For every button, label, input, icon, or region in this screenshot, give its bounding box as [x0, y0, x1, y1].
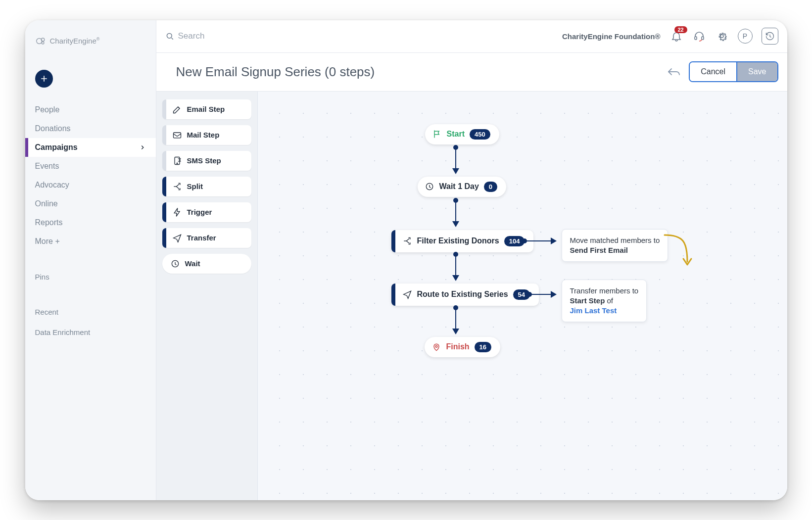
connector: [524, 240, 556, 241]
node-start[interactable]: Start 450: [425, 124, 499, 144]
tooltip-filter: Move matched members to Send First Email: [562, 229, 669, 262]
split-icon: [172, 182, 182, 191]
nav-item-people[interactable]: People: [25, 100, 156, 119]
palette-label: Mail Step: [187, 131, 220, 139]
pen-icon: [172, 104, 182, 114]
workflow-canvas[interactable]: Start 450 Wait 1 Day 0: [258, 92, 787, 500]
palette-label: Email Step: [187, 105, 225, 113]
connector: [455, 306, 456, 333]
page-title: New Email Signup Series (0 steps): [176, 64, 375, 80]
nav-label: Events: [35, 162, 59, 171]
nav-label: Campaigns: [35, 143, 78, 152]
cancel-button[interactable]: Cancel: [690, 62, 736, 81]
palette-sms-step[interactable]: SMS Step: [162, 151, 251, 171]
nav-item-advocacy[interactable]: Advocacy: [25, 176, 156, 194]
palette-transfer[interactable]: Transfer: [162, 228, 251, 248]
count-badge: 16: [475, 342, 491, 352]
node-route[interactable]: Route to Existing Series 54: [391, 284, 539, 306]
pin-icon: [431, 342, 441, 352]
nav-label: Online: [35, 199, 58, 208]
tooltip-step: Start Step: [570, 296, 605, 305]
count-badge: 0: [484, 182, 497, 192]
undo-button[interactable]: [667, 66, 681, 78]
nav-label: More +: [35, 237, 60, 246]
palette-mail-step[interactable]: Mail Step: [162, 125, 251, 145]
search-placeholder: Search: [178, 31, 205, 41]
brand-name: CharityEngine®: [50, 37, 100, 45]
svg-rect-4: [695, 37, 697, 40]
palette-label: Split: [187, 182, 203, 190]
tooltip-text: Move matched members to: [570, 236, 660, 244]
svg-point-3: [167, 33, 172, 38]
nav-item-reports[interactable]: Reports: [25, 213, 156, 232]
headset-button[interactable]: [692, 29, 706, 43]
save-cancel-group: Cancel Save: [689, 61, 778, 82]
org-name[interactable]: CharityEngine Foundation®: [562, 32, 661, 41]
nav-item-donations[interactable]: Donations: [25, 119, 156, 138]
notifications-button[interactable]: 22: [669, 29, 683, 43]
palette-label: SMS Step: [187, 156, 221, 165]
tooltip-of: of: [605, 296, 613, 305]
connector: [455, 253, 456, 280]
palette-label: Wait: [185, 259, 200, 268]
logo-icon: [35, 36, 46, 47]
palette-wait[interactable]: Wait: [162, 254, 251, 274]
nav-item-online[interactable]: Online: [25, 194, 156, 213]
palette-split[interactable]: Split: [162, 177, 251, 196]
nav-section-pins[interactable]: Pins: [25, 268, 156, 286]
node-finish[interactable]: Finish 16: [425, 337, 501, 357]
node-label: Route to Existing Series: [417, 290, 508, 299]
add-button[interactable]: [35, 70, 53, 88]
lightning-icon: [172, 207, 182, 217]
svg-point-12: [435, 345, 437, 347]
nav-item-more[interactable]: More +: [25, 232, 156, 251]
count-badge: 450: [470, 129, 490, 140]
palette-trigger[interactable]: Trigger: [162, 202, 251, 222]
split-icon: [402, 236, 412, 246]
settings-button[interactable]: [715, 29, 729, 43]
topbar: Search CharityEngine Foundation® 22: [156, 20, 787, 53]
nav-label: Data Enrichment: [35, 328, 91, 336]
node-label: Finish: [446, 342, 470, 351]
history-button[interactable]: [762, 28, 778, 45]
node-filter[interactable]: Filter Existing Donors 104: [391, 230, 534, 252]
notifications-badge: 22: [674, 26, 687, 33]
svg-rect-7: [173, 133, 181, 138]
svg-point-6: [720, 35, 723, 38]
nav-label: People: [35, 105, 60, 114]
palette-email-step[interactable]: Email Step: [162, 99, 251, 119]
avatar-button[interactable]: P: [738, 29, 753, 44]
clock-icon: [170, 259, 180, 269]
plane-icon: [172, 233, 182, 243]
nav-item-campaigns[interactable]: Campaigns: [25, 138, 156, 157]
tooltip-link[interactable]: Jim Last Test: [570, 306, 617, 315]
tooltip-target: Send First Email: [570, 246, 628, 254]
brand: CharityEngine®: [25, 20, 156, 50]
curved-arrow-icon: [664, 232, 693, 272]
sidebar: CharityEngine® People Donations Campaign…: [25, 20, 156, 500]
clock-icon: [425, 182, 434, 191]
node-label: Filter Existing Donors: [417, 236, 499, 245]
flag-icon: [432, 129, 442, 139]
connector: [455, 146, 456, 173]
nav-section-recent[interactable]: Recent: [25, 303, 156, 321]
plane-icon: [402, 289, 412, 299]
mail-icon: [172, 130, 182, 140]
node-wait[interactable]: Wait 1 Day 0: [418, 177, 507, 197]
nav-label: Advocacy: [35, 181, 69, 189]
nav-section-data-enrichment[interactable]: Data Enrichment: [25, 323, 156, 341]
chevron-right-icon: [139, 144, 146, 151]
nav-item-events[interactable]: Events: [25, 157, 156, 176]
svg-point-2: [42, 42, 44, 44]
connector: [529, 294, 556, 295]
save-button[interactable]: Save: [736, 62, 777, 81]
nav-label: Pins: [35, 273, 49, 281]
search-input[interactable]: Search: [165, 31, 205, 41]
palette-label: Trigger: [187, 208, 212, 216]
tooltip-text: Transfer members to: [570, 286, 639, 295]
palette-label: Transfer: [187, 234, 216, 242]
search-icon: [165, 32, 174, 41]
node-label: Wait 1 Day: [439, 182, 479, 191]
nav-label: Donations: [35, 124, 71, 133]
nav-label: Reports: [35, 218, 63, 227]
